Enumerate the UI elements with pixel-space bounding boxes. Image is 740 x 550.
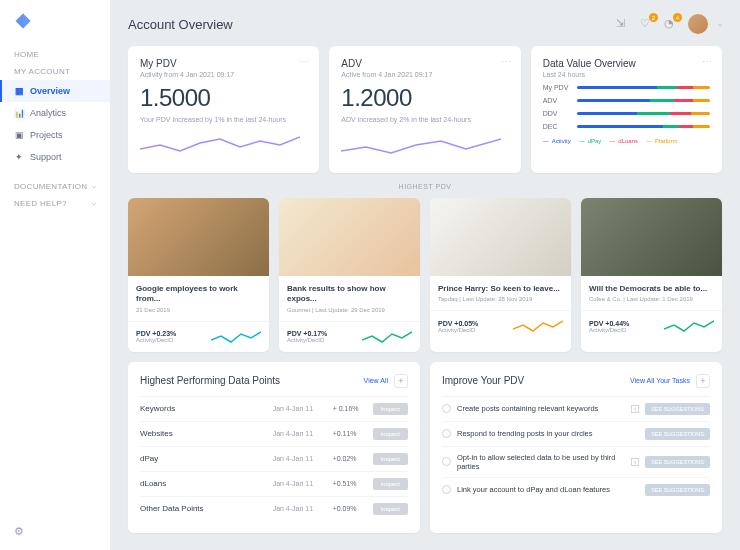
dp-view-all[interactable]: View All: [364, 377, 388, 384]
radio-icon[interactable]: [442, 457, 451, 466]
adv-sub: Active from 4 Jan 2021 09:17: [341, 71, 508, 78]
pdv-note: Your PDV Increased by 1% in the last 24-…: [140, 116, 307, 123]
dv-row: DEC: [543, 123, 710, 130]
dp-title: Highest Performing Data Points: [140, 375, 280, 386]
nav-group-help[interactable]: NEED HELP?⌵: [0, 195, 110, 212]
dv-sub: Last 24 hours: [543, 71, 710, 78]
dv-title: Data Value Overview: [543, 58, 710, 69]
dv-row: ADV: [543, 97, 710, 104]
task-row: Respond to trending posts in your circle…: [442, 421, 710, 446]
adv-title: ADV: [341, 58, 508, 69]
data-value-card: ⋯ Data Value Overview Last 24 hours My P…: [531, 46, 722, 173]
article-sparkline: [513, 317, 563, 335]
article-card[interactable]: Bank results to show how expos... Gourme…: [279, 198, 420, 352]
task-row: Create posts containing relevant keyword…: [442, 396, 710, 421]
article-pdv: PDV +0.23%: [136, 330, 176, 337]
article-pdv-sub: Activity/DecID: [438, 327, 478, 333]
chevron-down-icon[interactable]: ⌵: [718, 20, 722, 28]
improve-add-button[interactable]: +: [696, 374, 710, 388]
radio-icon[interactable]: [442, 404, 451, 413]
suggestions-button[interactable]: SEE SUGGESTIONS: [645, 428, 710, 440]
info-icon[interactable]: i: [631, 405, 639, 413]
nav-group-docs[interactable]: DOCUMENTATION⌵: [0, 178, 110, 195]
more-icon[interactable]: ⋯: [299, 56, 309, 67]
export-icon[interactable]: ⇲: [616, 17, 630, 31]
folder-icon: ▣: [14, 130, 24, 140]
article-image: [581, 198, 722, 276]
article-pdv-sub: Activity/DecID: [287, 337, 327, 343]
main-content: Account Overview ⇲ ♡2 ◔4 ⌵ ⋯ My PDV Acti…: [110, 0, 740, 550]
article-pdv: PDV +0.17%: [287, 330, 327, 337]
article-pdv: PDV +0.44%: [589, 320, 629, 327]
adv-card: ⋯ ADV Active from 4 Jan 2021 09:17 1.200…: [329, 46, 520, 173]
data-point-row: Other Data PointsJan 4-Jan 11+0.09%Inspe…: [140, 496, 408, 521]
pdv-sparkline: [140, 131, 300, 159]
nav-analytics[interactable]: 📊Analytics: [0, 102, 110, 124]
task-row: Opt-in to allow selected data to be used…: [442, 446, 710, 477]
pdv-card: ⋯ My PDV Activity from 4 Jan 2021 09:17 …: [128, 46, 319, 173]
radio-icon[interactable]: [442, 429, 451, 438]
nav-projects[interactable]: ▣Projects: [0, 124, 110, 146]
article-pdv-sub: Activity/DecID: [589, 327, 629, 333]
dv-row: DDV: [543, 110, 710, 117]
nav-group-account[interactable]: MY ACCOUNT: [0, 63, 110, 80]
chevron-down-icon: ⌵: [92, 182, 96, 191]
adv-sparkline: [341, 131, 501, 159]
article-meta: Gourmet | Last Update: 29 Dec 2019: [287, 307, 412, 313]
pdv-value: 1.5000: [140, 84, 307, 112]
inspect-button[interactable]: Inspect: [373, 453, 408, 465]
gear-icon[interactable]: ⚙: [14, 525, 110, 538]
more-icon[interactable]: ⋯: [501, 56, 511, 67]
article-image: [128, 198, 269, 276]
info-icon[interactable]: i: [631, 458, 639, 466]
logo: [14, 12, 32, 30]
inspect-button[interactable]: Inspect: [373, 403, 408, 415]
task-row: Link your account to dPay and dLoan feat…: [442, 477, 710, 502]
article-meta: 21 Dec 2019: [136, 307, 261, 313]
pdv-sub: Activity from 4 Jan 2021 09:17: [140, 71, 307, 78]
article-meta: Cofee & Co. | Last Update: 1 Dec 2019: [589, 296, 714, 302]
article-card[interactable]: Google employees to work from... 21 Dec …: [128, 198, 269, 352]
grid-icon: ▦: [14, 86, 24, 96]
article-sparkline: [211, 328, 261, 346]
inspect-button[interactable]: Inspect: [373, 503, 408, 515]
inspect-button[interactable]: Inspect: [373, 428, 408, 440]
article-card[interactable]: Prince Harry: So keen to leave... Tapdaq…: [430, 198, 571, 352]
page-title: Account Overview: [128, 17, 233, 32]
nav-overview[interactable]: ▦Overview: [0, 80, 110, 102]
article-image: [430, 198, 571, 276]
dv-legend: Activity dPay dLoans Platform: [543, 138, 710, 144]
article-sparkline: [362, 328, 412, 346]
article-card[interactable]: Will the Democrats be able to... Cofee &…: [581, 198, 722, 352]
article-title: Will the Democrats be able to...: [589, 284, 714, 294]
article-title: Bank results to show how expos...: [287, 284, 412, 305]
dp-add-button[interactable]: +: [394, 374, 408, 388]
chevron-down-icon: ⌵: [92, 199, 96, 208]
dv-row: My PDV: [543, 84, 710, 91]
chart-icon: 📊: [14, 108, 24, 118]
adv-value: 1.2000: [341, 84, 508, 112]
highest-pdv-label: HIGHEST PDV: [128, 183, 722, 190]
article-pdv: PDV +0.05%: [438, 320, 478, 327]
article-meta: Tapdaq | Last Update: 28 Nov 2019: [438, 296, 563, 302]
article-pdv-sub: Activity/DecID: [136, 337, 176, 343]
nav-group-home[interactable]: HOME: [0, 46, 110, 63]
message-icon[interactable]: ◔4: [664, 17, 678, 31]
suggestions-button[interactable]: SEE SUGGESTIONS: [645, 403, 710, 415]
support-icon: ✦: [14, 152, 24, 162]
data-point-row: dPayJan 4-Jan 11+0.02%Inspect: [140, 446, 408, 471]
data-points-panel: Highest Performing Data Points View All …: [128, 362, 420, 533]
nav-support[interactable]: ✦Support: [0, 146, 110, 168]
inspect-button[interactable]: Inspect: [373, 478, 408, 490]
more-icon[interactable]: ⋯: [702, 56, 712, 67]
improve-panel: Improve Your PDV View All Your Tasks + C…: [430, 362, 722, 533]
sidebar: HOME MY ACCOUNT ▦Overview 📊Analytics ▣Pr…: [0, 0, 110, 550]
radio-icon[interactable]: [442, 485, 451, 494]
suggestions-button[interactable]: SEE SUGGESTIONS: [645, 456, 710, 468]
bell-icon[interactable]: ♡2: [640, 17, 654, 31]
suggestions-button[interactable]: SEE SUGGESTIONS: [645, 484, 710, 496]
avatar[interactable]: [688, 14, 708, 34]
adv-note: ADV increased by 2% in the last 24-hours: [341, 116, 508, 123]
improve-view-all[interactable]: View All Your Tasks: [630, 377, 690, 384]
article-sparkline: [664, 317, 714, 335]
